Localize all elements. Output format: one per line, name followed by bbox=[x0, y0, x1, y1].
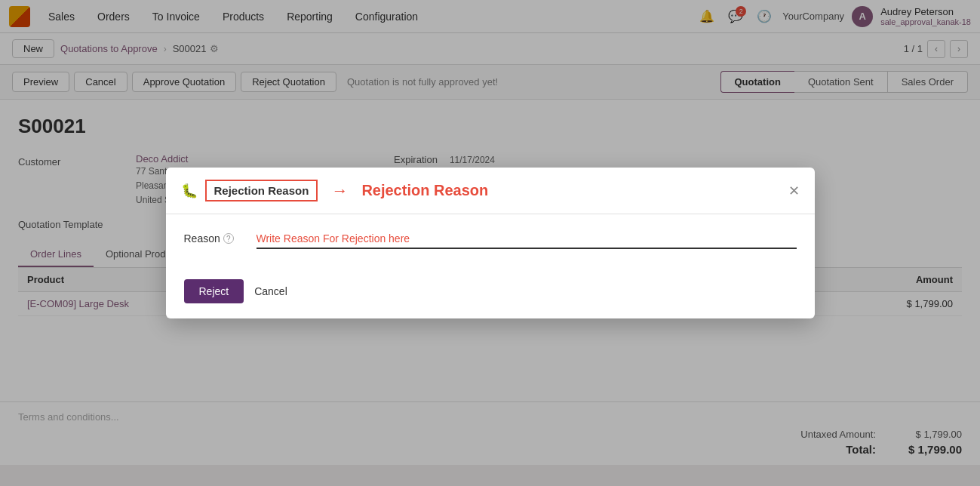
modal-title-box: Rejection Reason bbox=[205, 180, 318, 201]
reason-input[interactable] bbox=[257, 229, 797, 249]
modal-close-button[interactable]: ✕ bbox=[788, 183, 800, 199]
modal-overlay[interactable]: 🐛 Rejection Reason → Rejection Reason ✕ … bbox=[0, 0, 980, 465]
reason-help-icon[interactable]: ? bbox=[223, 233, 234, 244]
reason-label: Reason ? bbox=[184, 229, 244, 245]
modal-title-text: Rejection Reason bbox=[361, 182, 488, 199]
modal-arrow: → bbox=[331, 181, 348, 201]
bug-icon: 🐛 bbox=[181, 183, 198, 199]
reject-button[interactable]: Reject bbox=[184, 279, 244, 303]
modal-body: Reason ? bbox=[166, 214, 815, 270]
modal-cancel-button[interactable]: Cancel bbox=[251, 279, 290, 303]
modal-footer: Reject Cancel bbox=[166, 270, 815, 318]
rejection-reason-modal: 🐛 Rejection Reason → Rejection Reason ✕ … bbox=[166, 168, 815, 318]
reason-row: Reason ? bbox=[184, 229, 797, 249]
modal-header: 🐛 Rejection Reason → Rejection Reason ✕ bbox=[166, 168, 815, 214]
